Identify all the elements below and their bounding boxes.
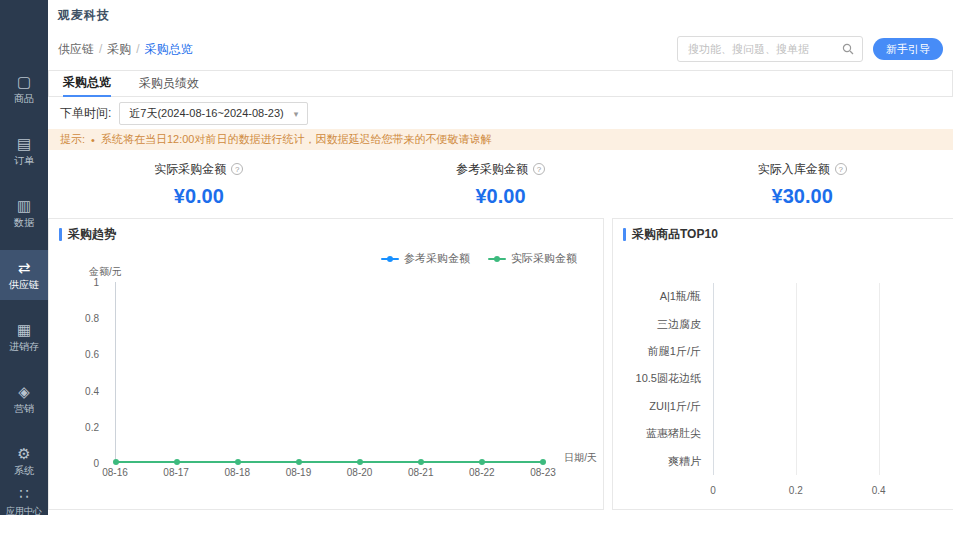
tab-purchase-overview[interactable]: 采购总览 bbox=[63, 70, 111, 97]
notice-message: 系统将在当日12:00对前日的数据进行统计，因数据延迟给您带来的不便敬请谅解 bbox=[101, 132, 492, 147]
notice-bullet: • bbox=[91, 134, 95, 146]
breadcrumb-purchase[interactable]: 采购 bbox=[107, 41, 131, 58]
metric-value: ¥30.00 bbox=[772, 185, 833, 208]
legend-label: 参考采购金额 bbox=[404, 251, 470, 266]
sidebar-item-products[interactable]: ▢ 商品 bbox=[0, 64, 48, 114]
sidebar-item-app-center[interactable]: ∷ 应用中心 bbox=[0, 486, 48, 517]
sidebar-item-label: 供应链 bbox=[9, 279, 39, 291]
orders-icon: ▤ bbox=[17, 136, 31, 152]
newbie-guide-button[interactable]: 新手引导 bbox=[873, 38, 943, 60]
x-tick: 08-18 bbox=[224, 467, 250, 478]
breadcrumb-separator: / bbox=[136, 42, 139, 56]
metric-reference-purchase: 参考采购金额 ? ¥0.00 bbox=[350, 155, 652, 213]
metric-actual-purchase: 实际采购金额 ? ¥0.00 bbox=[48, 155, 350, 213]
breadcrumb-supply-chain[interactable]: 供应链 bbox=[58, 41, 94, 58]
x-tick: 08-19 bbox=[286, 467, 312, 478]
x-tick: 08-22 bbox=[469, 467, 495, 478]
data-point bbox=[418, 459, 424, 465]
legend-item-actual[interactable]: 实际采购金额 bbox=[488, 251, 577, 266]
search-input[interactable] bbox=[686, 42, 842, 56]
legend-marker-green bbox=[488, 258, 506, 260]
category-labels: A|1瓶/瓶 三边腐皮 前腿1斤/斤 10.5圆花边纸 ZUI|1斤/斤 蓝惠猪… bbox=[613, 283, 713, 475]
page-header: 供应链 / 采购 / 采购总览 新手引导 bbox=[48, 34, 953, 64]
sidebar-item-supply-chain[interactable]: ⇄ 供应链 bbox=[0, 250, 48, 300]
search-box[interactable] bbox=[677, 36, 863, 62]
order-time-label: 下单时间: bbox=[60, 105, 111, 122]
panel-title: 采购商品TOP10 bbox=[632, 226, 718, 243]
x-axis-ticks: 0 0.2 0.4 bbox=[713, 485, 945, 497]
breadcrumb-current: 采购总览 bbox=[145, 41, 193, 58]
sidebar-item-marketing[interactable]: ◈ 营销 bbox=[0, 374, 48, 424]
data-point bbox=[296, 459, 302, 465]
product-icon: ▢ bbox=[17, 74, 31, 90]
date-range-select[interactable]: 近7天(2024-08-16~2024-08-23) ▾ bbox=[119, 102, 308, 125]
title-bar-marker bbox=[623, 228, 626, 241]
sidebar-item-label: 应用中心 bbox=[6, 505, 42, 517]
notice-prefix: 提示: bbox=[60, 132, 85, 147]
sidebar-item-inventory[interactable]: ▦ 进销存 bbox=[0, 312, 48, 362]
app-logo: 观麦科技 bbox=[58, 7, 110, 24]
x-tick: 0.2 bbox=[789, 485, 803, 496]
category-label: 蓝惠猪肚尖 bbox=[613, 426, 713, 441]
sidebar-item-label: 订单 bbox=[14, 155, 34, 167]
bars bbox=[713, 283, 945, 475]
info-icon[interactable]: ? bbox=[533, 163, 545, 175]
search-icon[interactable] bbox=[842, 43, 854, 55]
panel-header: 采购趋势 bbox=[49, 219, 603, 249]
info-icon[interactable]: ? bbox=[231, 163, 243, 175]
trend-plot-area bbox=[115, 282, 543, 463]
sidebar-item-orders[interactable]: ▤ 订单 bbox=[0, 126, 48, 176]
metric-label-row: 参考采购金额 ? bbox=[456, 161, 545, 178]
chart-legend: 参考采购金额 实际采购金额 bbox=[49, 251, 603, 266]
panel-header: 采购商品TOP10 bbox=[613, 219, 953, 249]
legend-marker-blue bbox=[381, 258, 399, 260]
x-tick: 08-20 bbox=[347, 467, 373, 478]
top10-chart: A|1瓶/瓶 三边腐皮 前腿1斤/斤 10.5圆花边纸 ZUI|1斤/斤 蓝惠猪… bbox=[613, 249, 953, 509]
sidebar-menu: ▢ 商品 ▤ 订单 ▥ 数据 ⇄ 供应链 ▦ 进销存 ◈ 营销 bbox=[0, 64, 48, 486]
top10-panel: 采购商品TOP10 A|1瓶/瓶 三边腐皮 前腿1斤/斤 10.5圆花边纸 ZU… bbox=[612, 218, 953, 510]
tab-purchaser-performance[interactable]: 采购员绩效 bbox=[139, 71, 199, 96]
data-point bbox=[235, 459, 241, 465]
topbar: 观麦科技 bbox=[48, 0, 953, 30]
data-icon: ▥ bbox=[17, 198, 31, 214]
sidebar: ▢ 商品 ▤ 订单 ▥ 数据 ⇄ 供应链 ▦ 进销存 ◈ 营销 bbox=[0, 0, 48, 515]
metric-actual-inbound: 实际入库金额 ? ¥30.00 bbox=[651, 155, 953, 213]
title-bar-marker bbox=[59, 228, 62, 241]
category-label: A|1瓶/瓶 bbox=[613, 289, 713, 304]
sidebar-item-system[interactable]: ⚙ 系统 bbox=[0, 436, 48, 486]
category-label: 10.5圆花边纸 bbox=[613, 371, 713, 386]
panel-title: 采购趋势 bbox=[68, 226, 116, 243]
trend-chart: 参考采购金额 实际采购金额 金额/元 1 0.8 0.6 0.4 0.2 bbox=[49, 249, 603, 509]
legend-label: 实际采购金额 bbox=[511, 251, 577, 266]
x-tick: 0 bbox=[710, 485, 716, 496]
data-point bbox=[479, 459, 485, 465]
metric-label: 实际入库金额 bbox=[758, 161, 830, 178]
y-tick: 0.2 bbox=[85, 421, 99, 432]
metric-label: 参考采购金额 bbox=[456, 161, 528, 178]
x-axis-title: 日期/天 bbox=[564, 451, 597, 465]
x-tick: 08-21 bbox=[408, 467, 434, 478]
x-tick: 08-17 bbox=[163, 467, 189, 478]
breadcrumb-separator: / bbox=[99, 42, 102, 56]
y-tick: 0 bbox=[93, 458, 99, 469]
data-point bbox=[357, 459, 363, 465]
main-content: 观麦科技 供应链 / 采购 / 采购总览 新手引导 采购总览 采购员绩效 下单时… bbox=[48, 0, 953, 515]
y-axis-ticks: 1 0.8 0.6 0.4 0.2 0 bbox=[49, 282, 107, 463]
tab-bar: 采购总览 采购员绩效 bbox=[48, 70, 953, 97]
metric-value: ¥0.00 bbox=[174, 185, 224, 208]
metric-label: 实际采购金额 bbox=[154, 161, 226, 178]
sidebar-item-data[interactable]: ▥ 数据 bbox=[0, 188, 48, 238]
y-tick: 1 bbox=[93, 277, 99, 288]
data-point bbox=[540, 459, 546, 465]
purchase-trend-panel: 采购趋势 参考采购金额 实际采购金额 金额/元 bbox=[48, 218, 604, 510]
legend-item-reference[interactable]: 参考采购金额 bbox=[381, 251, 470, 266]
x-axis-ticks: 08-16 08-17 08-18 08-19 08-20 08-21 08-2… bbox=[115, 467, 543, 481]
marketing-icon: ◈ bbox=[18, 384, 30, 400]
y-tick: 0.8 bbox=[85, 313, 99, 324]
top10-plot-area bbox=[713, 283, 945, 475]
info-icon[interactable]: ? bbox=[835, 163, 847, 175]
y-tick: 0.4 bbox=[85, 385, 99, 396]
filter-row: 下单时间: 近7天(2024-08-16~2024-08-23) ▾ bbox=[60, 102, 308, 125]
y-tick: 0.6 bbox=[85, 349, 99, 360]
x-tick: 0.4 bbox=[872, 485, 886, 496]
